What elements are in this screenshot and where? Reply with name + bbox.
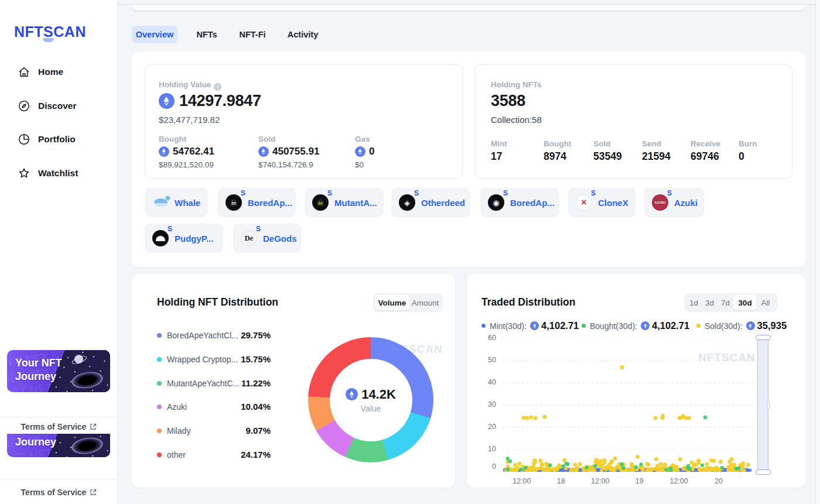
sold-label: Sold [258,135,275,143]
tab-activity[interactable]: Activity [288,26,318,43]
chip-label: Azuki [674,198,698,208]
legend-dot [157,357,162,362]
holding-value-usd: $23,477,719.82 [159,115,220,125]
burn-value: 0 [739,150,744,163]
legend-dot [582,324,586,328]
mint-value: 17 [491,150,502,163]
legend-item: MutantApeYachtC...11.22% [157,378,271,388]
sidebar-divider [0,479,118,479]
sidebar: NFTSCAN Home Discover Portfolio Watchlis… [0,0,118,504]
filter-3d[interactable]: 3d [702,295,718,310]
y-tick-label: 30 [476,400,496,409]
zoom-slider[interactable] [757,337,768,473]
time-filter: 1d 3d 7d 30d All [684,293,778,312]
slider-grip[interactable] [767,401,770,409]
sidebar-item-discover[interactable]: Discover [18,100,76,112]
gas-eth: 0 [355,146,374,157]
info-icon[interactable]: i [214,83,221,91]
shark-badge: S [503,189,508,197]
x-tick-label: 18 [548,477,574,485]
window-scrollbar[interactable] [815,0,820,504]
slider-handle-top[interactable] [756,335,771,340]
sidebar-item-portfolio[interactable]: Portfolio [18,133,76,146]
sidebar-divider [0,417,118,417]
collection-chip-azuki[interactable]: AZUKIS Azuki [644,188,704,217]
terms-of-service-link[interactable]: Terms of Service [0,422,118,431]
nftscan-portfolio-page: NFTSCAN Home Discover Portfolio Watchlis… [0,0,820,504]
collection-chip-degods[interactable]: DeS DeGods [233,224,302,253]
traded-title: Traded Distribution [481,296,575,308]
eth-icon [346,388,358,400]
pie-chart-icon [18,133,30,146]
collection-chip-whale[interactable]: Whale [145,188,208,217]
eth-icon [159,146,169,157]
collection-chip-clonex[interactable]: ×S CloneX [568,188,636,217]
sidebar-item-watchlist[interactable]: Watchlist [18,167,78,180]
slider-handle-bottom[interactable] [756,469,771,475]
filter-all[interactable]: All [757,295,774,310]
holding-distribution-card: Holding NFT Distribution Volume Amount B… [132,274,455,488]
eth-icon [746,321,755,330]
legend-dot [157,428,162,433]
legend-item: other24.17% [157,450,271,460]
shark-badge: S [327,189,332,197]
x-tick-label: 20 [706,477,732,485]
collection-chip-mutantape[interactable]: ☠S MutantA... [305,188,384,217]
filter-30d[interactable]: 30d [733,295,757,310]
tab-nfts[interactable]: NFTs [195,26,218,43]
chip-label: BoredAp... [510,198,555,208]
degods-logo-icon: De [241,230,257,246]
toggle-amount[interactable]: Amount [409,295,441,310]
sold-legend: Sold(30d): 35,935 [696,320,787,331]
sidebar-item-home[interactable]: Home [18,66,63,78]
whale-icon [152,194,169,211]
burn-label: Burn [739,139,757,148]
nft-journey-banner[interactable]: Your NFT Journey [7,350,110,392]
collection-chip-boredape-kennel[interactable]: ◉S BoredAp... [480,188,559,217]
chip-label: MutantA... [334,198,377,208]
y-tick-label: 10 [476,445,496,453]
shark-badge: S [168,225,172,233]
holding-nfts-label: Holding NFTs [491,80,542,89]
shark-badge: S [256,225,261,233]
compass-icon [18,100,30,112]
sold-value: 53549 [593,150,622,163]
legend-dot [157,381,162,386]
legend-item: BoredApeYachtCl...29.75% [157,330,271,340]
tab-overview[interactable]: Overview [132,26,177,43]
planet-icon [74,355,83,364]
nftscan-logo[interactable]: NFTSCAN [14,23,86,40]
gas-label: Gas [355,135,370,143]
x-tick-label: 12:00 [509,477,535,485]
chip-label: DeGods [263,234,297,244]
y-tick-label: 60 [476,334,496,342]
mint-label: Mint [491,139,507,148]
filter-7d[interactable]: 7d [718,295,733,310]
toggle-volume[interactable]: Volume [375,295,409,310]
sold-eth: 450755.91 [258,146,319,157]
collection-chip-pudgypenguins[interactable]: S PudgyP... [145,224,223,253]
sidebar-item-label: Discover [38,101,76,111]
holding-nfts-card: Holding NFTs 3588 Collection:58 Mint 17 … [474,64,792,179]
otherdeed-logo-icon: ◈ [399,194,415,211]
x-tick-label: 19 [627,477,652,485]
donut-center: 14.2K Value [330,359,412,441]
pudgy-igloo-icon [152,230,169,246]
collection-chip-otherdeed[interactable]: ◈S Otherdeed [391,188,470,217]
legend-dot [157,452,162,457]
nft-journey-banner-duplicate[interactable]: Your NFT Journey [7,434,110,457]
terms-of-service-link[interactable]: Terms of Service [0,488,118,497]
summary-card: Holding Valuei 14297.9847 $23,477,719.82… [132,52,805,267]
legend-item: Azuki10.04% [157,402,271,412]
chip-label: BoredAp... [248,198,292,208]
legend-dot [157,333,162,338]
bought-value: 8974 [544,150,566,163]
tab-nft-fi[interactable]: NFT-Fi [239,26,266,43]
legend-item: Milady9.07% [157,426,271,436]
filter-1d[interactable]: 1d [686,295,702,310]
x-tick-label: 12:00 [587,477,613,485]
collection-chip-boredape[interactable]: ☠S BoredAp... [218,188,296,217]
send-label: Send [642,139,661,148]
sidebar-item-label: Portfolio [38,134,76,145]
shark-badge: S [414,189,419,197]
